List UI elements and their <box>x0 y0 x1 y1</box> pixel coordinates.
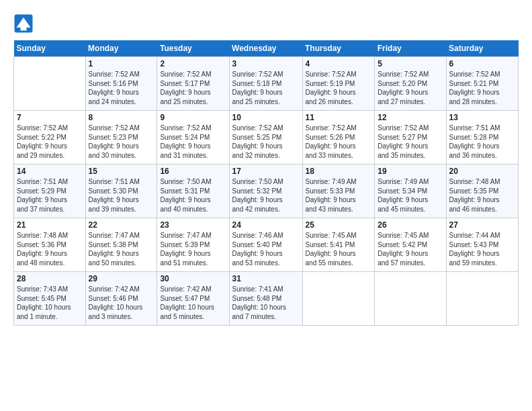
day-number: 19 <box>378 167 443 176</box>
day-info: Sunrise: 7:48 AMSunset: 5:36 PMDaylight:… <box>17 231 83 267</box>
day-number: 2 <box>160 59 226 68</box>
day-info: Sunrise: 7:52 AMSunset: 5:27 PMDaylight:… <box>378 124 443 160</box>
calendar-cell: 15Sunrise: 7:51 AMSunset: 5:30 PMDayligh… <box>85 165 157 218</box>
weekday-header: Friday <box>375 40 446 57</box>
day-number: 3 <box>232 59 300 68</box>
calendar-cell: 4Sunrise: 7:52 AMSunset: 5:19 PMDaylight… <box>302 57 375 111</box>
day-info: Sunrise: 7:52 AMSunset: 5:21 PMDaylight:… <box>449 70 516 106</box>
calendar-cell <box>446 272 519 326</box>
day-info: Sunrise: 7:51 AMSunset: 5:29 PMDaylight:… <box>17 177 83 214</box>
day-number: 17 <box>232 167 300 176</box>
day-info: Sunrise: 7:52 AMSunset: 5:23 PMDaylight:… <box>89 124 154 160</box>
calendar-cell: 29Sunrise: 7:42 AMSunset: 5:46 PMDayligh… <box>85 272 157 326</box>
calendar-cell: 31Sunrise: 7:41 AMSunset: 5:48 PMDayligh… <box>229 272 302 326</box>
day-info: Sunrise: 7:52 AMSunset: 5:26 PMDaylight:… <box>306 124 372 160</box>
day-info: Sunrise: 7:52 AMSunset: 5:16 PMDaylight:… <box>89 70 154 106</box>
day-number: 12 <box>378 113 443 122</box>
day-info: Sunrise: 7:42 AMSunset: 5:46 PMDaylight:… <box>89 285 154 321</box>
day-number: 4 <box>306 59 372 68</box>
day-number: 7 <box>17 113 83 122</box>
calendar-cell: 7Sunrise: 7:52 AMSunset: 5:22 PMDaylight… <box>14 111 86 165</box>
weekday-header: Wednesday <box>229 40 302 57</box>
day-info: Sunrise: 7:49 AMSunset: 5:34 PMDaylight:… <box>378 177 443 214</box>
day-number: 16 <box>160 167 226 176</box>
calendar-week-row: 28Sunrise: 7:43 AMSunset: 5:45 PMDayligh… <box>14 272 519 326</box>
calendar-cell: 10Sunrise: 7:52 AMSunset: 5:25 PMDayligh… <box>229 111 302 165</box>
calendar-cell: 24Sunrise: 7:46 AMSunset: 5:40 PMDayligh… <box>229 218 302 272</box>
day-number: 27 <box>449 220 516 230</box>
day-number: 18 <box>306 167 372 176</box>
weekday-header: Saturday <box>446 40 519 57</box>
calendar-cell: 9Sunrise: 7:52 AMSunset: 5:24 PMDaylight… <box>157 111 229 165</box>
weekday-header: Monday <box>85 40 157 57</box>
svg-rect-2 <box>21 27 27 31</box>
day-number: 8 <box>89 113 154 122</box>
day-info: Sunrise: 7:51 AMSunset: 5:28 PMDaylight:… <box>449 124 516 160</box>
calendar-cell: 23Sunrise: 7:47 AMSunset: 5:39 PMDayligh… <box>157 218 229 272</box>
day-number: 9 <box>160 113 226 122</box>
day-number: 24 <box>232 220 300 230</box>
calendar-cell: 26Sunrise: 7:45 AMSunset: 5:42 PMDayligh… <box>375 218 446 272</box>
day-info: Sunrise: 7:52 AMSunset: 5:20 PMDaylight:… <box>378 70 443 106</box>
day-number: 21 <box>17 220 83 230</box>
day-number: 31 <box>232 274 300 283</box>
day-number: 14 <box>17 167 83 176</box>
day-info: Sunrise: 7:49 AMSunset: 5:33 PMDaylight:… <box>306 177 372 214</box>
day-number: 26 <box>378 220 443 230</box>
day-info: Sunrise: 7:51 AMSunset: 5:30 PMDaylight:… <box>89 177 154 214</box>
day-info: Sunrise: 7:52 AMSunset: 5:25 PMDaylight:… <box>232 124 300 160</box>
day-info: Sunrise: 7:44 AMSunset: 5:43 PMDaylight:… <box>449 231 516 267</box>
calendar-cell: 14Sunrise: 7:51 AMSunset: 5:29 PMDayligh… <box>14 165 86 218</box>
calendar-cell: 2Sunrise: 7:52 AMSunset: 5:17 PMDaylight… <box>157 57 229 111</box>
logo-icon <box>13 13 34 34</box>
day-number: 29 <box>89 274 154 283</box>
weekday-header: Sunday <box>14 40 86 57</box>
day-number: 13 <box>449 113 516 122</box>
page: SundayMondayTuesdayWednesdayThursdayFrid… <box>0 0 532 411</box>
calendar-cell <box>375 272 446 326</box>
calendar-cell: 28Sunrise: 7:43 AMSunset: 5:45 PMDayligh… <box>14 272 86 326</box>
calendar-cell: 1Sunrise: 7:52 AMSunset: 5:16 PMDaylight… <box>85 57 157 111</box>
day-info: Sunrise: 7:41 AMSunset: 5:48 PMDaylight:… <box>232 285 300 321</box>
day-number: 20 <box>449 167 516 176</box>
day-number: 28 <box>17 274 83 283</box>
day-number: 11 <box>306 113 372 122</box>
calendar-cell: 20Sunrise: 7:48 AMSunset: 5:35 PMDayligh… <box>446 165 519 218</box>
calendar-cell: 30Sunrise: 7:42 AMSunset: 5:47 PMDayligh… <box>157 272 229 326</box>
calendar-cell <box>14 57 86 111</box>
calendar-week-row: 7Sunrise: 7:52 AMSunset: 5:22 PMDaylight… <box>14 111 519 165</box>
day-info: Sunrise: 7:52 AMSunset: 5:17 PMDaylight:… <box>160 70 226 106</box>
day-info: Sunrise: 7:46 AMSunset: 5:40 PMDaylight:… <box>232 231 300 267</box>
day-number: 23 <box>160 220 226 230</box>
calendar-table: SundayMondayTuesdayWednesdayThursdayFrid… <box>13 40 519 326</box>
day-info: Sunrise: 7:47 AMSunset: 5:39 PMDaylight:… <box>160 231 226 267</box>
calendar-cell: 5Sunrise: 7:52 AMSunset: 5:20 PMDaylight… <box>375 57 446 111</box>
day-info: Sunrise: 7:45 AMSunset: 5:41 PMDaylight:… <box>306 231 372 267</box>
calendar-cell: 25Sunrise: 7:45 AMSunset: 5:41 PMDayligh… <box>302 218 375 272</box>
calendar-cell: 3Sunrise: 7:52 AMSunset: 5:18 PMDaylight… <box>229 57 302 111</box>
calendar-cell: 8Sunrise: 7:52 AMSunset: 5:23 PMDaylight… <box>85 111 157 165</box>
weekday-header: Thursday <box>302 40 375 57</box>
day-info: Sunrise: 7:43 AMSunset: 5:45 PMDaylight:… <box>17 285 83 321</box>
day-number: 22 <box>89 220 154 230</box>
calendar-cell: 11Sunrise: 7:52 AMSunset: 5:26 PMDayligh… <box>302 111 375 165</box>
calendar-cell: 18Sunrise: 7:49 AMSunset: 5:33 PMDayligh… <box>302 165 375 218</box>
day-info: Sunrise: 7:52 AMSunset: 5:19 PMDaylight:… <box>306 70 372 106</box>
calendar-cell: 6Sunrise: 7:52 AMSunset: 5:21 PMDaylight… <box>446 57 519 111</box>
day-number: 10 <box>232 113 300 122</box>
weekday-header-row: SundayMondayTuesdayWednesdayThursdayFrid… <box>14 40 519 57</box>
calendar-cell: 13Sunrise: 7:51 AMSunset: 5:28 PMDayligh… <box>446 111 519 165</box>
day-number: 30 <box>160 274 226 283</box>
day-info: Sunrise: 7:50 AMSunset: 5:31 PMDaylight:… <box>160 177 226 214</box>
calendar-week-row: 21Sunrise: 7:48 AMSunset: 5:36 PMDayligh… <box>14 218 519 272</box>
calendar-cell <box>302 272 375 326</box>
day-number: 15 <box>89 167 154 176</box>
day-info: Sunrise: 7:47 AMSunset: 5:38 PMDaylight:… <box>89 231 154 267</box>
calendar-week-row: 14Sunrise: 7:51 AMSunset: 5:29 PMDayligh… <box>14 165 519 218</box>
calendar-cell: 21Sunrise: 7:48 AMSunset: 5:36 PMDayligh… <box>14 218 86 272</box>
calendar-week-row: 1Sunrise: 7:52 AMSunset: 5:16 PMDaylight… <box>14 57 519 111</box>
day-info: Sunrise: 7:48 AMSunset: 5:35 PMDaylight:… <box>449 177 516 214</box>
day-number: 6 <box>449 59 516 68</box>
day-number: 1 <box>89 59 154 68</box>
day-info: Sunrise: 7:45 AMSunset: 5:42 PMDaylight:… <box>378 231 443 267</box>
